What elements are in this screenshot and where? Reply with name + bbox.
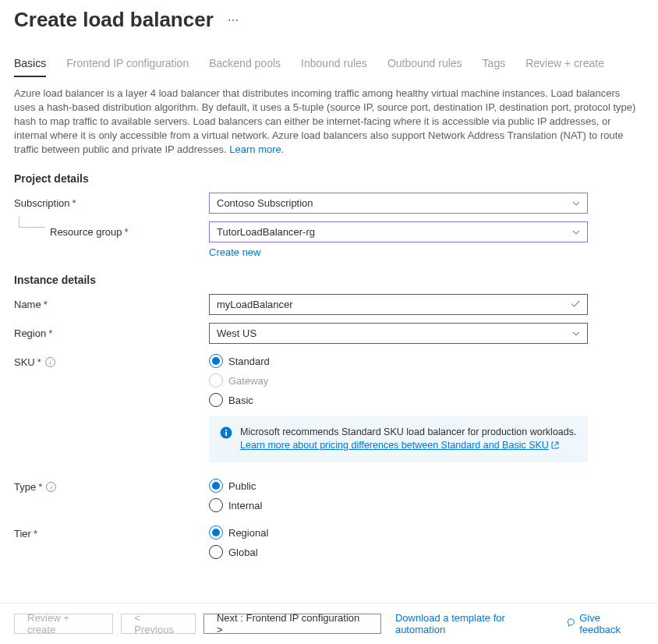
tab-backend-pools[interactable]: Backend pools	[209, 57, 281, 77]
tab-frontend-ip[interactable]: Frontend IP configuration	[66, 57, 189, 77]
external-link-icon	[551, 440, 559, 453]
svg-rect-1	[225, 432, 227, 436]
info-circle-icon	[220, 426, 232, 453]
tab-inbound-rules[interactable]: Inbound rules	[301, 57, 367, 77]
tab-tags[interactable]: Tags	[483, 57, 506, 77]
svg-rect-2	[225, 430, 227, 431]
intro-learn-more-link[interactable]: Learn more.	[229, 143, 284, 155]
tier-label: Tier*	[14, 523, 209, 540]
sku-standard-radio[interactable]: Standard	[209, 354, 588, 368]
sku-gateway-radio: Gateway	[209, 373, 588, 387]
tab-bar: Basics Frontend IP configuration Backend…	[0, 32, 658, 77]
sku-info-box: Microsoft recommends Standard SKU load b…	[209, 416, 588, 462]
sku-standard-label: Standard	[228, 356, 270, 367]
intro-text: Azure load balancer is a layer 4 load ba…	[14, 87, 644, 157]
type-public-radio[interactable]: Public	[209, 479, 588, 493]
tier-global-radio[interactable]: Global	[209, 545, 588, 559]
resource-group-value: TutorLoadBalancer-rg	[217, 226, 315, 238]
type-label: Type* i	[14, 476, 209, 493]
type-internal-label: Internal	[228, 500, 262, 511]
tab-outbound-rules[interactable]: Outbound rules	[387, 57, 462, 77]
sku-basic-radio[interactable]: Basic	[209, 393, 588, 407]
feedback-icon	[565, 617, 576, 631]
subscription-label: Subscription*	[14, 193, 209, 209]
section-project-details: Project details	[14, 172, 644, 185]
intro-body: Azure load balancer is a layer 4 load ba…	[14, 87, 635, 155]
next-button[interactable]: Next : Frontend IP configuration >	[203, 614, 381, 634]
subscription-select[interactable]: Contoso Subscription	[209, 193, 588, 214]
region-select[interactable]: West US	[209, 323, 588, 344]
tier-radio-group: Regional Global	[209, 523, 588, 559]
sku-gateway-label: Gateway	[228, 375, 268, 387]
check-icon	[570, 298, 581, 311]
resource-group-select[interactable]: TutorLoadBalancer-rg	[209, 221, 588, 242]
region-label: Region*	[14, 323, 209, 339]
previous-button[interactable]: < Previous	[121, 614, 196, 634]
tab-basics[interactable]: Basics	[14, 57, 46, 77]
tab-review-create[interactable]: Review + create	[525, 57, 604, 77]
name-value: myLoadBalancer	[217, 299, 293, 310]
footer-bar: Review + create < Previous Next : Fronte…	[0, 603, 658, 644]
name-label: Name*	[14, 294, 209, 310]
section-instance-details: Instance details	[14, 274, 644, 286]
subscription-value: Contoso Subscription	[217, 197, 313, 209]
create-new-resource-group-link[interactable]: Create new	[209, 246, 260, 258]
resource-group-label: Resource group*	[50, 221, 129, 238]
download-template-link[interactable]: Download a template for automation	[395, 612, 557, 635]
chevron-down-icon	[571, 228, 581, 237]
sku-basic-label: Basic	[228, 395, 253, 406]
give-feedback-link[interactable]: Give feedback	[579, 612, 644, 635]
review-create-button[interactable]: Review + create	[14, 614, 113, 634]
tier-regional-label: Regional	[228, 527, 268, 539]
tree-connector-icon	[19, 217, 45, 228]
type-radio-group: Public Internal	[209, 476, 588, 512]
info-icon[interactable]: i	[45, 357, 55, 367]
chevron-down-icon	[571, 329, 581, 338]
type-public-label: Public	[228, 480, 256, 492]
sku-radio-group: Standard Gateway Basic	[209, 352, 588, 407]
tier-global-label: Global	[228, 547, 258, 558]
chevron-down-icon	[571, 199, 581, 208]
name-input[interactable]: myLoadBalancer	[209, 294, 588, 315]
tier-regional-radio[interactable]: Regional	[209, 525, 588, 540]
region-value: West US	[217, 327, 256, 339]
more-actions-button[interactable]: ⋯	[228, 14, 240, 27]
info-icon[interactable]: i	[46, 482, 56, 492]
page-title: Create load balancer	[14, 8, 214, 32]
type-internal-radio[interactable]: Internal	[209, 498, 588, 512]
sku-label: SKU* i	[14, 352, 209, 368]
sku-info-link[interactable]: Learn more about pricing differences bet…	[240, 440, 559, 451]
sku-info-text: Microsoft recommends Standard SKU load b…	[240, 426, 576, 437]
